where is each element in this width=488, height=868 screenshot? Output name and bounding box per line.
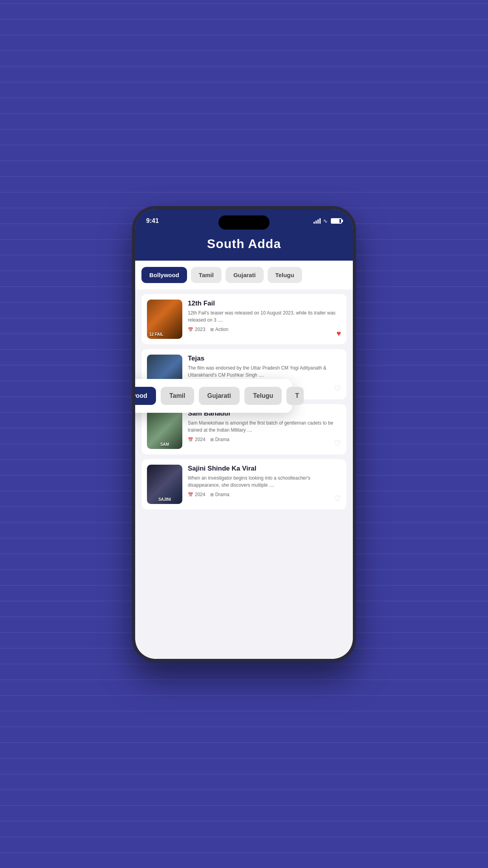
genre-value-sajini: Drama bbox=[215, 492, 229, 497]
genre-icon-sajini: ⊞ bbox=[210, 492, 214, 497]
movie-info-sajini: Sajini Shinde Ka Viral When an investiga… bbox=[188, 465, 341, 504]
movie-desc-tejas: The film was endorsed by the Uttar Prade… bbox=[188, 364, 341, 379]
calendar-icon-sajini: 📅 bbox=[188, 492, 193, 497]
movie-info-sam-bahadur: Sam Bahadur Sam Manekshaw is amongst the… bbox=[188, 410, 341, 449]
movie-year-12th-fail: 📅 2023 bbox=[188, 327, 205, 332]
thumb-label-sam: SAM bbox=[160, 442, 169, 447]
genre-value-sam: Drama bbox=[215, 437, 229, 442]
movie-card-12th-fail[interactable]: 12 FAIL 12th Fail 12th Fail's teaser was… bbox=[141, 294, 347, 344]
movie-title-tejas: Tejas bbox=[188, 355, 341, 362]
phone-frame: 9:41 ∿ South Adda Bollywood bbox=[132, 206, 356, 662]
wifi-icon: ∿ bbox=[323, 218, 328, 224]
thumb-label-sajini: SAJINI bbox=[158, 497, 171, 502]
movie-title-12th-fail: 12th Fail bbox=[188, 300, 341, 307]
tab-tamil[interactable]: Tamil bbox=[191, 267, 222, 283]
movie-list: 12 FAIL 12th Fail 12th Fail's teaser was… bbox=[135, 289, 353, 659]
floating-tab-telugu[interactable]: Telugu bbox=[244, 387, 282, 405]
floating-tab-tamil[interactable]: Tamil bbox=[161, 387, 194, 405]
movie-desc-sajini: When an investigator begins looking into… bbox=[188, 474, 341, 489]
tab-bollywood[interactable]: Bollywood bbox=[141, 267, 187, 283]
status-icons: ∿ bbox=[314, 218, 342, 224]
movie-meta-12th-fail: 📅 2023 ⊞ Action bbox=[188, 327, 341, 332]
movie-year-sajini: 📅 2024 bbox=[188, 492, 205, 497]
category-tabs-wrapper: Bollywood Tamil Gujarati Telugu bbox=[135, 261, 353, 289]
thumb-label-12fail: 12 FAIL bbox=[149, 332, 163, 337]
movie-info-12th-fail: 12th Fail 12th Fail's teaser was release… bbox=[188, 300, 341, 339]
app-title: South Adda bbox=[143, 237, 345, 251]
battery-icon bbox=[331, 218, 342, 224]
movie-title-sajini: Sajini Shinde Ka Viral bbox=[188, 465, 341, 473]
tab-telugu[interactable]: Telugu bbox=[268, 267, 302, 283]
movie-card-sajini[interactable]: SAJINI Sajini Shinde Ka Viral When an in… bbox=[141, 459, 347, 509]
signal-icon bbox=[314, 218, 321, 224]
genre-icon-sam: ⊞ bbox=[210, 437, 214, 442]
movie-desc-sam-bahadur: Sam Manekshaw is amongst the first batch… bbox=[188, 419, 341, 434]
floating-tabs-popup: Bollywood Tamil Gujarati Telugu T bbox=[132, 379, 292, 413]
heart-button-12th-fail[interactable]: ♥ bbox=[336, 329, 341, 338]
heart-button-tejas[interactable]: ♡ bbox=[334, 384, 341, 393]
year-value: 2023 bbox=[195, 327, 205, 332]
calendar-icon: 📅 bbox=[188, 327, 193, 332]
phone-screen: 9:41 ∿ South Adda Bollywood bbox=[135, 209, 353, 659]
year-value-sam: 2024 bbox=[195, 437, 205, 442]
genre-value: Action bbox=[215, 327, 228, 332]
movie-genre-12th-fail: ⊞ Action bbox=[210, 327, 228, 332]
movie-meta-sam-bahadur: 📅 2024 ⊞ Drama bbox=[188, 437, 341, 442]
movie-genre-sam: ⊞ Drama bbox=[210, 437, 229, 442]
movie-genre-sajini: ⊞ Drama bbox=[210, 492, 229, 497]
movie-year-sam: 📅 2024 bbox=[188, 437, 205, 442]
category-tabs: Bollywood Tamil Gujarati Telugu bbox=[141, 267, 347, 283]
genre-icon: ⊞ bbox=[210, 327, 214, 332]
movie-desc-12th-fail: 12th Fail's teaser was released on 10 Au… bbox=[188, 309, 341, 324]
floating-tab-gujarati[interactable]: Gujarati bbox=[199, 387, 240, 405]
movie-thumbnail-sam-bahadur: SAM bbox=[147, 410, 182, 449]
heart-button-sajini[interactable]: ♡ bbox=[334, 494, 341, 503]
floating-tab-bollywood[interactable]: Bollywood bbox=[132, 387, 156, 405]
tab-gujarati[interactable]: Gujarati bbox=[226, 267, 264, 283]
calendar-icon-sam: 📅 bbox=[188, 437, 193, 442]
heart-button-sam[interactable]: ♡ bbox=[334, 439, 341, 448]
floating-tab-more[interactable]: T bbox=[286, 387, 304, 405]
movie-thumbnail-sajini: SAJINI bbox=[147, 465, 182, 504]
movie-meta-sajini: 📅 2024 ⊞ Drama bbox=[188, 492, 341, 497]
status-time: 9:41 bbox=[146, 217, 159, 224]
year-value-sajini: 2024 bbox=[195, 492, 205, 497]
movie-thumbnail-12th-fail: 12 FAIL bbox=[147, 300, 182, 339]
dynamic-island bbox=[218, 215, 270, 230]
